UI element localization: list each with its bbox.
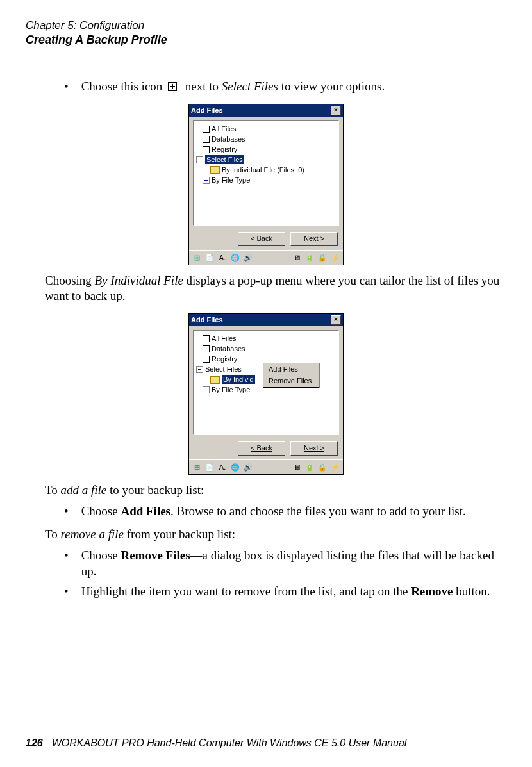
tree-select-files[interactable]: Select Files	[205, 155, 244, 164]
dialog-add-files-1: Add Files × All Files Databases Registry…	[188, 104, 344, 265]
taskbar-a[interactable]: A.	[217, 252, 228, 263]
tree-view[interactable]: All Files Databases Registry Select File…	[196, 124, 336, 185]
intro-select-files: Select Files	[222, 79, 278, 93]
remove-bullet-1: • Choose Remove Files—a dialog box is di…	[64, 548, 506, 579]
tree-select-files[interactable]: Select Files	[205, 365, 242, 374]
remove-lead: To remove a file from your backup list:	[45, 527, 506, 543]
tray-icon[interactable]: 🖥	[292, 252, 302, 263]
dialog1-title: Add Files	[191, 106, 331, 115]
next-button[interactable]: Next >	[290, 232, 338, 246]
globe-icon[interactable]: 🌐	[230, 252, 240, 263]
tray-icon[interactable]: 🖥	[292, 462, 302, 472]
tree-by-individual-file[interactable]: By Individual File (Files: 0)	[222, 165, 304, 174]
minus-icon[interactable]	[196, 366, 203, 373]
tree-all-files[interactable]: All Files	[212, 124, 237, 133]
add-lead: To add a file to your backup list:	[45, 482, 506, 499]
menu-add-files[interactable]: Add Files	[263, 363, 319, 375]
tree-by-individual-file[interactable]: By Individ	[222, 375, 255, 384]
battery-icon[interactable]: 🔋	[304, 252, 315, 263]
start-icon[interactable]: ⊞	[192, 462, 202, 472]
taskbar-item[interactable]: 📄	[204, 252, 215, 263]
minus-icon[interactable]	[196, 156, 203, 163]
intro-suffix: to view your options.	[281, 79, 385, 93]
plus-icon[interactable]	[203, 177, 210, 184]
taskbar-item[interactable]: 📄	[204, 462, 215, 472]
page-footer: 126 WORKABOUT PRO Hand-Held Computer Wit…	[26, 738, 506, 749]
tree-by-file-type[interactable]: By File Type	[212, 176, 250, 185]
back-button[interactable]: < Back	[238, 232, 285, 246]
tree-databases[interactable]: Databases	[212, 344, 245, 353]
footer-title: WORKABOUT PRO Hand-Held Computer With Wi…	[52, 738, 407, 749]
folder-icon	[210, 166, 220, 174]
battery-icon[interactable]: 🔋	[304, 462, 315, 472]
taskbar-item[interactable]: 🔊	[243, 462, 253, 472]
tree-all-files[interactable]: All Files	[212, 334, 237, 343]
plus-icon[interactable]	[203, 386, 210, 393]
lock-icon[interactable]: 🔒	[317, 252, 328, 263]
intro-bullet: • Choose this icon next to Select Files …	[64, 79, 506, 95]
power-icon[interactable]: ⚡	[330, 462, 340, 472]
taskbar-item[interactable]: 🔊	[243, 252, 253, 263]
tree-registry[interactable]: Registry	[212, 354, 237, 363]
power-icon[interactable]: ⚡	[330, 252, 340, 263]
tree-databases[interactable]: Databases	[212, 135, 245, 144]
remove-bullet-2: • Highlight the item you want to remove …	[64, 584, 506, 600]
context-menu[interactable]: Add Files Remove Files	[263, 363, 319, 388]
globe-icon[interactable]: 🌐	[230, 462, 240, 472]
tree-registry[interactable]: Registry	[212, 145, 237, 154]
add-bullet: • Choose Add Files. Browse to and choose…	[64, 504, 506, 520]
next-button[interactable]: Next >	[290, 441, 338, 456]
header-chapter: Chapter 5: Configuration	[26, 19, 506, 32]
taskbar: ⊞ 📄 A. 🌐 🔊 🖥 🔋 🔒 ⚡	[189, 459, 343, 474]
close-icon[interactable]: ×	[331, 315, 341, 325]
lock-icon[interactable]: 🔒	[317, 462, 328, 472]
tree-by-file-type[interactable]: By File Type	[212, 385, 250, 394]
plus-icon	[168, 82, 177, 91]
intro-middle: next to	[185, 79, 219, 93]
intro-prefix: Choose this icon	[81, 79, 163, 93]
taskbar: ⊞ 📄 A. 🌐 🔊 🖥 🔋 🔒 ⚡	[189, 250, 343, 265]
header-section: Creating A Backup Profile	[26, 33, 506, 47]
dialog2-title: Add Files	[191, 315, 331, 324]
start-icon[interactable]: ⊞	[192, 252, 202, 263]
taskbar-a[interactable]: A.	[217, 462, 228, 472]
dialog-add-files-2: Add Files × All Files Databases Registry…	[188, 313, 344, 475]
mid-paragraph: Choosing By Individual File displays a p…	[45, 273, 506, 304]
menu-remove-files[interactable]: Remove Files	[263, 375, 319, 386]
close-icon[interactable]: ×	[331, 106, 341, 115]
back-button[interactable]: < Back	[238, 441, 285, 456]
folder-icon	[210, 376, 220, 384]
bullet-dot: •	[64, 79, 69, 95]
page-number: 126	[26, 738, 43, 749]
